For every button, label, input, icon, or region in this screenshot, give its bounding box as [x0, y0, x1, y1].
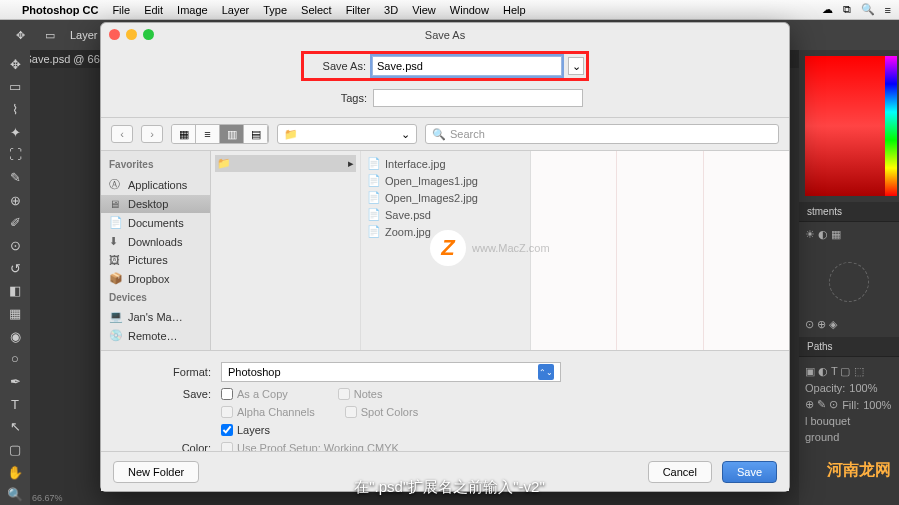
opacity-value[interactable]: 100% — [849, 382, 877, 394]
sidebar-item-remote[interactable]: 💿Remote… — [101, 326, 210, 345]
layer-dropdown[interactable]: Layer — [70, 29, 98, 41]
dialog-footer: New Folder Cancel Save — [101, 451, 789, 491]
column-1: 📁▸ — [211, 151, 361, 350]
folder-icon: 📁 — [217, 157, 231, 170]
zoom-window-icon[interactable] — [143, 29, 154, 40]
forward-button[interactable]: › — [141, 125, 163, 143]
as-copy-checkbox[interactable]: As a Copy — [221, 388, 288, 400]
pen-tool[interactable]: ✒ — [3, 371, 27, 392]
menu-filter[interactable]: Filter — [346, 4, 370, 16]
move-tool[interactable]: ✥ — [3, 54, 27, 75]
menu-window[interactable]: Window — [450, 4, 489, 16]
zoom-tool[interactable]: 🔍 — [3, 484, 27, 505]
wand-tool[interactable]: ✦ — [3, 122, 27, 143]
color-picker[interactable] — [805, 56, 893, 196]
menu-type[interactable]: Type — [263, 4, 287, 16]
chevron-down-icon: ⌄ — [401, 128, 410, 141]
menu-file[interactable]: File — [112, 4, 130, 16]
file-row[interactable]: 📄Interface.jpg — [365, 155, 526, 172]
file-icon: 📄 — [367, 225, 381, 238]
fill-value[interactable]: 100% — [863, 399, 891, 411]
menu-view[interactable]: View — [412, 4, 436, 16]
menu-3d[interactable]: 3D — [384, 4, 398, 16]
history-dropdown[interactable]: ⌄ — [568, 57, 584, 75]
menu-layer[interactable]: Layer — [222, 4, 250, 16]
sidebar-item-applications[interactable]: ⒶApplications — [101, 174, 210, 195]
search-field[interactable]: 🔍 Search — [425, 124, 779, 144]
spotlight-icon[interactable]: 🔍 — [861, 3, 875, 16]
back-button[interactable]: ‹ — [111, 125, 133, 143]
format-dropdown[interactable]: Photoshop ⌃⌄ — [221, 362, 561, 382]
file-row[interactable]: 📄Save.psd — [365, 206, 526, 223]
column-view-button[interactable]: ▥ — [220, 125, 244, 143]
tags-input[interactable] — [373, 89, 583, 107]
heal-tool[interactable]: ⊕ — [3, 190, 27, 211]
panel-icons[interactable]: ☀ ◐ ▦ — [805, 228, 841, 240]
shape-tool[interactable]: ▢ — [3, 439, 27, 460]
folder-row[interactable]: 📁▸ — [215, 155, 356, 172]
layer-row[interactable]: ground — [805, 429, 893, 445]
eraser-tool[interactable]: ◧ — [3, 281, 27, 302]
panel-icons-row: ⊙ ⊕ ◈ — [799, 312, 899, 337]
sidebar-item-downloads[interactable]: ⬇Downloads — [101, 232, 210, 251]
tools-panel: ✥ ▭ ⌇ ✦ ⛶ ✎ ⊕ ✐ ⊙ ↺ ◧ ▦ ◉ ○ ✒ T ↖ ▢ ✋ 🔍 — [0, 50, 30, 505]
paths-panel-header[interactable]: Paths — [799, 337, 899, 357]
file-row[interactable]: 📄Zoom.jpg — [365, 223, 526, 240]
save-as-input[interactable] — [372, 56, 562, 76]
sidebar-item-desktop[interactable]: 🖥Desktop — [101, 195, 210, 213]
downloads-icon: ⬇ — [109, 235, 123, 248]
type-tool[interactable]: T — [3, 394, 27, 415]
file-row[interactable]: 📄Open_Images2.jpg — [365, 189, 526, 206]
menu-image[interactable]: Image — [177, 4, 208, 16]
file-row[interactable]: 📄Open_Images1.jpg — [365, 172, 526, 189]
lasso-tool[interactable]: ⌇ — [3, 99, 27, 120]
file-browser: Favorites ⒶApplications 🖥Desktop 📄Docume… — [101, 151, 789, 351]
sidebar-item-device[interactable]: 💻Jan's Ma… — [101, 307, 210, 326]
disc-icon: 💿 — [109, 329, 123, 342]
wifi-icon[interactable]: ⧉ — [843, 3, 851, 16]
notes-checkbox: Notes — [338, 388, 383, 400]
marquee-tool[interactable]: ▭ — [3, 77, 27, 98]
adjustments-panel-header[interactable]: stments — [799, 202, 899, 222]
sidebar-item-pictures[interactable]: 🖼Pictures — [101, 251, 210, 269]
cancel-button[interactable]: Cancel — [648, 461, 712, 483]
sidebar-item-documents[interactable]: 📄Documents — [101, 213, 210, 232]
close-window-icon[interactable] — [109, 29, 120, 40]
chevron-right-icon: ▸ — [348, 157, 354, 170]
column-2: 📄Interface.jpg 📄Open_Images1.jpg 📄Open_I… — [361, 151, 531, 350]
save-button[interactable]: Save — [722, 461, 777, 483]
hand-tool[interactable]: ✋ — [3, 462, 27, 483]
app-name[interactable]: Photoshop CC — [22, 4, 98, 16]
layers-checkbox[interactable]: Layers — [221, 424, 270, 436]
file-icon: 📄 — [367, 157, 381, 170]
new-folder-button[interactable]: New Folder — [113, 461, 199, 483]
gradient-tool[interactable]: ▦ — [3, 303, 27, 324]
history-brush-tool[interactable]: ↺ — [3, 258, 27, 279]
dodge-tool[interactable]: ○ — [3, 349, 27, 370]
folder-icon: 📁 — [284, 128, 298, 141]
blur-tool[interactable]: ◉ — [3, 326, 27, 347]
menu-edit[interactable]: Edit — [144, 4, 163, 16]
path-dropdown[interactable]: 📁 ⌄ — [277, 124, 417, 144]
hue-slider[interactable] — [885, 56, 897, 196]
move-tool-icon[interactable]: ✥ — [10, 25, 30, 45]
list-view-button[interactable]: ≡ — [196, 125, 220, 143]
stamp-tool[interactable]: ⊙ — [3, 235, 27, 256]
layers-panel: ▣ ◐ T ▢ ⬚ Opacity: 100% ⊕ ✎ ⊙ Fill: 100%… — [799, 357, 899, 451]
menu-select[interactable]: Select — [301, 4, 332, 16]
crop-tool[interactable]: ⛶ — [3, 145, 27, 166]
dropbox-icon: 📦 — [109, 272, 123, 285]
eyedropper-tool[interactable]: ✎ — [3, 167, 27, 188]
auto-select-icon[interactable]: ▭ — [40, 25, 60, 45]
icon-view-button[interactable]: ▦ — [172, 125, 196, 143]
cloud-icon[interactable]: ☁ — [822, 3, 833, 16]
sidebar-item-dropbox[interactable]: 📦Dropbox — [101, 269, 210, 288]
tags-label: Tags: — [307, 92, 367, 104]
menu-help[interactable]: Help — [503, 4, 526, 16]
coverflow-view-button[interactable]: ▤ — [244, 125, 268, 143]
menu-extra-icon[interactable]: ≡ — [885, 4, 891, 16]
minimize-window-icon[interactable] — [126, 29, 137, 40]
layer-row[interactable]: l bouquet — [805, 413, 893, 429]
path-tool[interactable]: ↖ — [3, 417, 27, 438]
brush-tool[interactable]: ✐ — [3, 213, 27, 234]
